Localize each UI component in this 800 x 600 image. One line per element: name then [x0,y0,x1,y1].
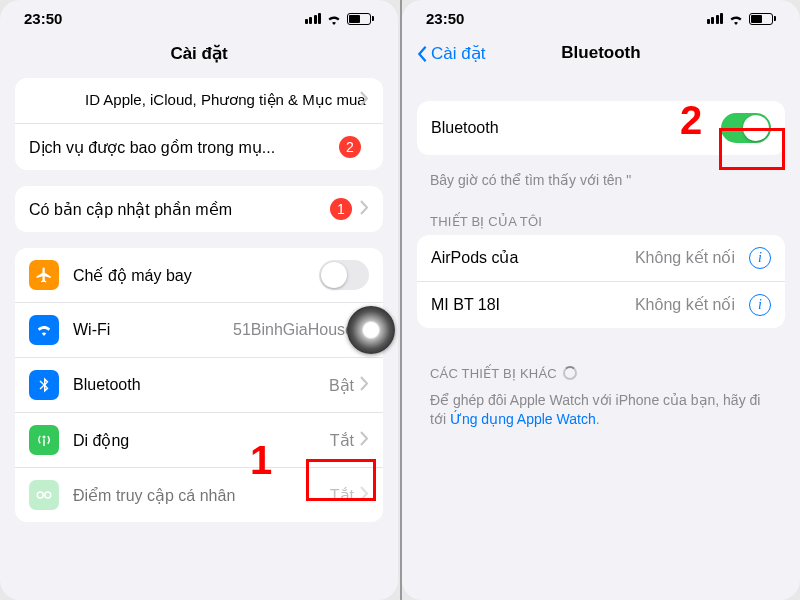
wifi-icon [326,13,342,25]
chevron-right-icon [360,91,369,110]
chevron-right-icon [360,376,369,395]
software-update-group: Có bản cập nhật phần mềm 1 [15,186,383,232]
connectivity-group: Chế độ máy bay Wi-Fi 51BinhGiaHouse Blue… [15,248,383,522]
status-time: 23:50 [426,10,464,27]
device-row-airpods[interactable]: AirPods của Không kết nối i [417,235,785,282]
apple-watch-app-link[interactable]: Ứng dụng Apple Watch [450,411,596,427]
cellular-value: Tắt [330,431,354,450]
other-devices-header: CÁC THIẾT BỊ KHÁC [402,364,800,387]
notification-badge: 2 [339,136,361,158]
airplane-icon [29,260,59,290]
my-devices-group: AirPods của Không kết nối i MI BT 18I Kh… [417,235,785,328]
svg-point-1 [45,492,51,498]
bluetooth-toggle-label: Bluetooth [431,119,721,137]
header: Cài đặt Bluetooth [402,33,800,77]
airplane-mode-label: Chế độ máy bay [73,266,319,285]
cellular-label: Di động [73,431,330,450]
status-indicators [707,13,777,25]
chevron-right-icon [360,486,369,505]
svg-point-0 [37,492,43,498]
bluetooth-icon [29,370,59,400]
wifi-icon [728,13,744,25]
device-name: MI BT 18I [431,296,635,314]
bluetooth-screen: 23:50 Cài đặt Bluetooth Bluetooth Bây gi… [402,0,800,600]
airplane-toggle[interactable] [319,260,369,290]
software-update-row[interactable]: Có bản cập nhật phần mềm 1 [15,186,383,232]
notification-badge: 1 [330,198,352,220]
status-time: 23:50 [24,10,62,27]
hotspot-icon [29,480,59,510]
loading-spinner-icon [563,366,577,380]
bluetooth-row[interactable]: Bluetooth Bật [15,358,383,413]
apple-id-group: ID Apple, iCloud, Phương tiện & Mục mua … [15,78,383,170]
chevron-right-icon [360,431,369,450]
device-row-mibt[interactable]: MI BT 18I Không kết nối i [417,282,785,328]
included-services-label: Dịch vụ được bao gồm trong mụ... [29,138,339,157]
device-status: Không kết nối [635,295,735,314]
hotspot-value: Tắt [330,486,354,505]
wifi-value: 51BinhGiaHouse [233,321,354,339]
hotspot-row[interactable]: Điểm truy cập cá nhân Tắt [15,468,383,522]
apple-id-subtitle: ID Apple, iCloud, Phương tiện & Mục mua [85,90,366,110]
bluetooth-label: Bluetooth [73,376,329,394]
bluetooth-toggle-row[interactable]: Bluetooth [417,101,785,155]
discoverable-text: Bây giờ có thể tìm thấy với tên " [402,171,800,212]
back-button[interactable]: Cài đặt [416,43,485,64]
apple-id-row[interactable]: ID Apple, iCloud, Phương tiện & Mục mua [15,78,383,124]
airplane-mode-row[interactable]: Chế độ máy bay [15,248,383,303]
battery-icon [347,13,374,25]
software-update-label: Có bản cập nhật phần mềm [29,200,330,219]
device-status: Không kết nối [635,248,735,267]
cellular-signal-icon [305,13,322,24]
device-name: AirPods của [431,248,635,267]
bluetooth-toggle[interactable] [721,113,771,143]
info-icon[interactable]: i [749,247,771,269]
info-icon[interactable]: i [749,294,771,316]
cellular-row[interactable]: Di động Tắt [15,413,383,468]
other-devices-label: CÁC THIẾT BỊ KHÁC [430,366,557,381]
wifi-label: Wi-Fi [73,321,233,339]
battery-icon [749,13,776,25]
bluetooth-toggle-group: Bluetooth [417,101,785,155]
settings-screen: 23:50 Cài đặt ID Apple, iCloud, Phương t… [0,0,398,600]
included-services-row[interactable]: Dịch vụ được bao gồm trong mụ... 2 [15,124,383,170]
page-title: Cài đặt [170,44,227,63]
bluetooth-value: Bật [329,376,354,395]
back-label: Cài đặt [431,43,485,64]
page-title: Bluetooth [561,43,640,62]
cellular-signal-icon [707,13,724,24]
watch-pairing-note: Để ghép đôi Apple Watch với iPhone của b… [402,387,800,445]
status-bar: 23:50 [0,0,398,33]
wifi-icon [29,315,59,345]
hotspot-label: Điểm truy cập cá nhân [73,486,330,505]
chevron-right-icon [360,200,369,219]
assistive-touch-button[interactable] [347,306,395,354]
status-indicators [305,13,375,25]
wifi-row[interactable]: Wi-Fi 51BinhGiaHouse [15,303,383,358]
status-bar: 23:50 [402,0,800,33]
my-devices-header: THIẾT BỊ CỦA TÔI [402,212,800,235]
header: Cài đặt [0,33,398,78]
antenna-icon [29,425,59,455]
